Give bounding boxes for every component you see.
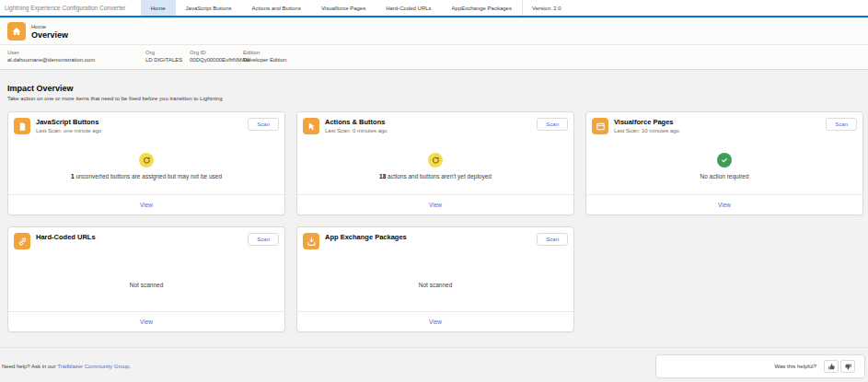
scan-button[interactable]: Scan — [537, 118, 568, 131]
card-status-message: No action required — [700, 173, 748, 179]
card-title: Visualforce Pages — [614, 118, 679, 126]
field-edition: Edition Developer Edition — [243, 50, 286, 63]
document-icon — [14, 118, 30, 134]
breadcrumb: Home — [31, 24, 68, 29]
cards-row-1: JavaScript Buttons Last Scan: one minute… — [7, 111, 868, 215]
scan-button[interactable]: Scan — [248, 118, 279, 131]
card-visualforce-pages: Visualforce Pages Last Scan: 10 minutes … — [585, 111, 863, 215]
app-window: Lightning Experience Configuration Conve… — [0, 0, 868, 382]
page-header: Home Overview User al.dahoumane@demonstr… — [0, 17, 868, 70]
version-label: Version: 2.0 — [522, 0, 571, 16]
app-title: Lightning Experience Configuration Conve… — [0, 0, 141, 16]
refresh-icon — [428, 153, 443, 168]
section-title: Impact Overview — [7, 84, 861, 93]
tab-home[interactable]: Home — [141, 0, 176, 16]
card-title: Actions & Buttons — [325, 118, 388, 126]
check-icon — [717, 153, 732, 168]
card-title: App Exchange Packages — [325, 233, 407, 241]
tab-appexchange-packages[interactable]: AppExchange Packages — [442, 0, 522, 16]
view-link[interactable]: View — [429, 202, 442, 208]
tab-hard-coded-urls[interactable]: Hard-Coded URLs — [376, 0, 441, 16]
card-app-exchange-packages: App Exchange Packages Scan Not scanned V… — [296, 226, 574, 332]
thumbs-down-button[interactable] — [840, 360, 855, 373]
card-hard-coded-urls: Hard-Coded URLs Scan Not scanned View — [7, 226, 285, 332]
scan-button[interactable]: Scan — [826, 118, 857, 131]
thumbs-up-icon — [827, 363, 836, 371]
view-link[interactable]: View — [140, 202, 153, 208]
cards-row-2: Hard-Coded URLs Scan Not scanned View Ap… — [7, 226, 868, 332]
card-title: JavaScript Buttons — [36, 118, 101, 126]
thumbs-down-icon — [844, 363, 852, 371]
view-link[interactable]: View — [429, 318, 442, 325]
link-icon — [14, 233, 30, 249]
card-javascript-buttons: JavaScript Buttons Last Scan: one minute… — [7, 111, 285, 215]
card-title: Hard-Coded URLs — [36, 233, 96, 241]
card-actions-buttons: Actions & Buttons Last Scan: 0 minutes a… — [296, 111, 574, 215]
field-user: User al.dahoumane@demonstration.com — [7, 50, 145, 63]
section-subtitle: Take action on one or more items that ne… — [7, 96, 861, 101]
impact-overview-section: Impact Overview Take action on one or mo… — [0, 70, 868, 111]
breadcrumb-row: Home Overview — [0, 17, 868, 45]
scan-button[interactable]: Scan — [248, 233, 279, 246]
page-title: Overview — [31, 30, 68, 40]
package-download-icon — [303, 233, 319, 249]
tab-visualforce-pages[interactable]: Visualforce Pages — [311, 0, 376, 16]
refresh-icon — [139, 153, 154, 168]
card-last-scan: Last Scan: one minute ago — [36, 128, 101, 133]
card-status-message: Not scanned — [130, 282, 164, 288]
field-org-id: Org ID 00DQy00000EvIhNMAW — [190, 50, 243, 63]
scan-button[interactable]: Scan — [537, 233, 568, 246]
home-icon — [7, 22, 26, 41]
feedback-label: Was this helpful? — [775, 364, 816, 369]
card-last-scan: Last Scan: 10 minutes ago — [614, 128, 679, 133]
field-org: Org LD DIGITALES — [145, 50, 190, 63]
thumbs-up-button[interactable] — [824, 360, 839, 373]
org-info-row: User al.dahoumane@demonstration.com Org … — [0, 45, 868, 69]
card-status-message: 1 unconverted buttons are assigned but m… — [71, 173, 222, 179]
tab-actions-and-buttons[interactable]: Actions and Buttons — [242, 0, 311, 16]
tab-javascript-buttons[interactable]: JavaScript Buttons — [176, 0, 242, 16]
help-text: Need help? Ask in our Trailblazer Commun… — [2, 364, 131, 369]
view-link[interactable]: View — [140, 318, 153, 325]
breadcrumb-text: Home Overview — [31, 24, 68, 40]
card-status-message: Not scanned — [419, 282, 453, 288]
trailblazer-community-link[interactable]: Trailblazer Community Group. — [57, 364, 131, 369]
top-nav: Lightning Experience Configuration Conve… — [0, 0, 868, 17]
cursor-icon — [303, 118, 319, 134]
footer-divider — [0, 347, 868, 348]
window-icon — [592, 118, 608, 134]
view-link[interactable]: View — [718, 202, 731, 208]
card-last-scan: Last Scan: 0 minutes ago — [325, 128, 388, 133]
feedback-box: Was this helpful? — [655, 354, 865, 378]
card-status-message: 18 actions and buttons aren't yet deploy… — [379, 173, 492, 179]
